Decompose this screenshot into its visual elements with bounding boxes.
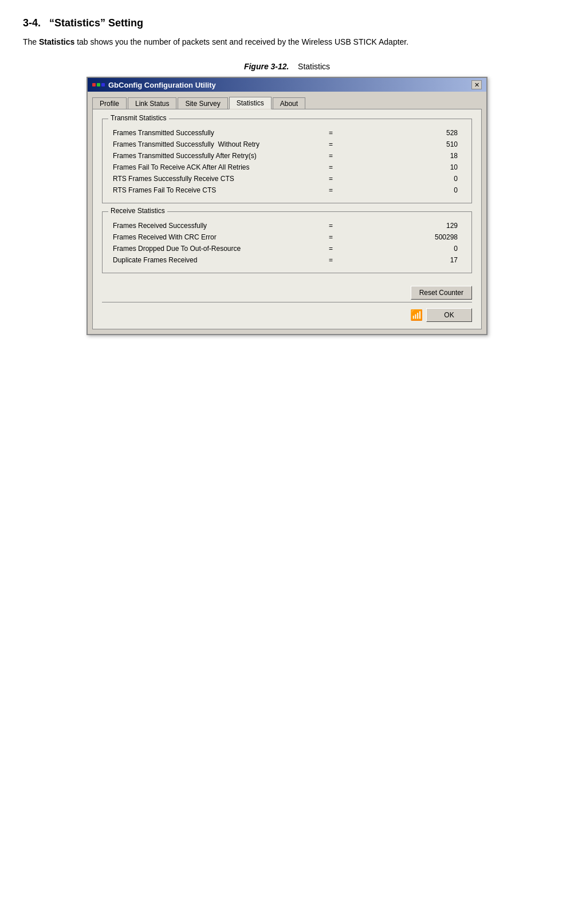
tab-site-survey[interactable]: Site Survey xyxy=(178,97,227,109)
panel-bottom: 📶 OK xyxy=(102,302,472,322)
table-row: RTS Frames Successfully Receive CTS = 0 xyxy=(112,173,462,184)
table-row: Frames Transmitted Successfully Without … xyxy=(112,139,462,150)
stat-value: 0 xyxy=(340,184,462,196)
transmit-group-label: Transmit Statistics xyxy=(108,114,169,122)
window-close-button[interactable]: ✕ xyxy=(471,80,482,89)
stat-label: Frames Received With CRC Error xyxy=(112,231,322,243)
transmit-table: Frames Transmitted Successfully = 528 Fr… xyxy=(112,127,462,196)
stat-label: Frames Transmitted Successfully After Re… xyxy=(112,150,322,162)
stat-value: 17 xyxy=(340,254,462,266)
stat-value: 500298 xyxy=(340,231,462,243)
stat-value: 0 xyxy=(340,243,462,254)
figure-label: Figure 3-12. xyxy=(244,62,289,71)
table-row: Frames Dropped Due To Out-of-Resource = … xyxy=(112,243,462,254)
receive-table: Frames Received Successfully = 129 Frame… xyxy=(112,220,462,266)
table-row: Duplicate Frames Received = 17 xyxy=(112,254,462,266)
section-number: 3-4. xyxy=(23,17,41,29)
stat-label: Frames Received Successfully xyxy=(112,220,322,231)
receive-group: Receive Statistics Frames Received Succe… xyxy=(102,211,472,273)
description: The Statistics tab shows you the number … xyxy=(23,36,551,48)
stat-label: Frames Transmitted Successfully xyxy=(112,127,322,139)
stat-value: 129 xyxy=(340,220,462,231)
titlebar: GbConfig Configuration Utility ✕ xyxy=(88,78,486,92)
transmit-group: Transmit Statistics Frames Transmitted S… xyxy=(102,119,472,203)
stat-label: Duplicate Frames Received xyxy=(112,254,322,266)
tab-statistics[interactable]: Statistics xyxy=(229,97,272,109)
table-row: Frames Received With CRC Error = 500298 xyxy=(112,231,462,243)
figure-text: Statistics xyxy=(298,62,330,71)
table-row: RTS Frames Fail To Receive CTS = 0 xyxy=(112,184,462,196)
section-title: “Statistics” Setting xyxy=(49,17,143,29)
figure-caption: Figure 3-12. Statistics xyxy=(23,62,551,71)
ok-button[interactable]: OK xyxy=(426,308,472,322)
tab-profile[interactable]: Profile xyxy=(92,97,127,109)
window-body: Profile Link Status Site Survey Statisti… xyxy=(88,92,486,334)
stat-value: 18 xyxy=(340,150,462,162)
table-row: Frames Fail To Receive ACK After All Ret… xyxy=(112,162,462,173)
table-row: Frames Received Successfully = 129 xyxy=(112,220,462,231)
window-title: GbConfig Configuration Utility xyxy=(108,81,216,89)
app-window: GbConfig Configuration Utility ✕ Profile… xyxy=(87,77,487,335)
reset-counter-button[interactable]: Reset Counter xyxy=(411,286,472,300)
reset-counter-area: Reset Counter xyxy=(102,281,472,300)
titlebar-left: GbConfig Configuration Utility xyxy=(92,81,216,89)
stat-value: 510 xyxy=(340,139,462,150)
antenna-icon: 📶 xyxy=(410,309,423,321)
stat-value: 0 xyxy=(340,173,462,184)
stat-value: 528 xyxy=(340,127,462,139)
stat-label: RTS Frames Fail To Receive CTS xyxy=(112,184,322,196)
section-heading: 3-4. “Statistics” Setting xyxy=(23,17,551,29)
stat-value: 10 xyxy=(340,162,462,173)
stat-label: RTS Frames Successfully Receive CTS xyxy=(112,173,322,184)
table-row: Frames Transmitted Successfully = 528 xyxy=(112,127,462,139)
table-row: Frames Transmitted Successfully After Re… xyxy=(112,150,462,162)
receive-group-label: Receive Statistics xyxy=(108,207,167,215)
stat-label: Frames Dropped Due To Out-of-Resource xyxy=(112,243,322,254)
stat-label: Frames Transmitted Successfully Without … xyxy=(112,139,322,150)
stats-panel: Transmit Statistics Frames Transmitted S… xyxy=(92,109,482,329)
titlebar-icon xyxy=(92,83,105,86)
tab-bar: Profile Link Status Site Survey Statisti… xyxy=(92,96,482,109)
tab-about[interactable]: About xyxy=(273,97,305,109)
tab-link-status[interactable]: Link Status xyxy=(128,97,176,109)
stat-label: Frames Fail To Receive ACK After All Ret… xyxy=(112,162,322,173)
